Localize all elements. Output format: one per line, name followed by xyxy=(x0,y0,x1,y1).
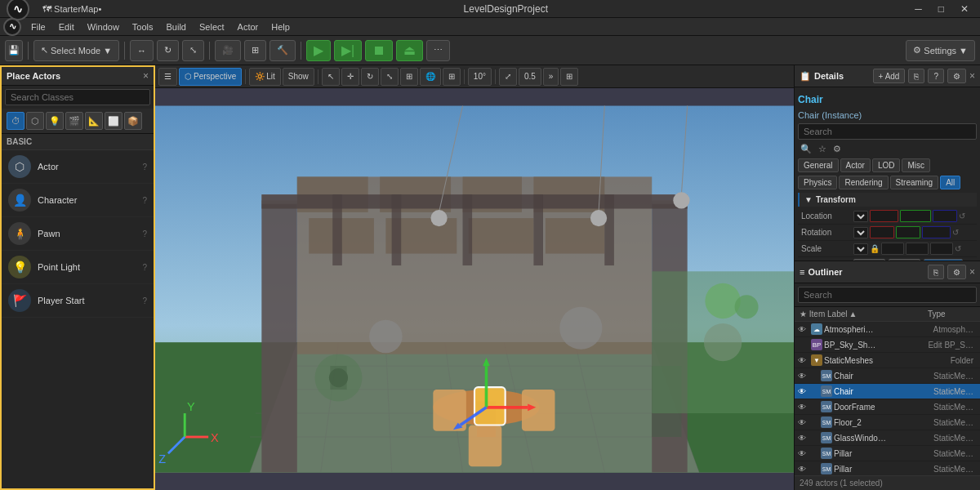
outliner-item-floor[interactable]: 👁 SM Floor_2 StaticMe… xyxy=(795,415,980,430)
outliner-search-input[interactable] xyxy=(798,287,977,303)
menu-select[interactable]: Select xyxy=(193,20,231,33)
category-geometry[interactable]: ⬜ xyxy=(105,112,122,130)
outliner-item-pillar-1[interactable]: 👁 SM Pillar StaticMe… xyxy=(795,446,980,461)
search-classes-input[interactable] xyxy=(5,89,150,105)
play-options-button[interactable]: ▶| xyxy=(334,40,362,61)
details-help-button[interactable]: ? xyxy=(928,69,944,83)
play-button[interactable]: ▶ xyxy=(306,40,331,61)
menu-edit[interactable]: Edit xyxy=(52,20,81,33)
viewport-show-button[interactable]: Show xyxy=(283,68,314,86)
scale-button[interactable]: ⤡ xyxy=(182,40,204,61)
outliner-item-bp-sky[interactable]: BP BP_Sky_Sh… Edit BP_S… xyxy=(795,337,980,353)
actor-info-point-light[interactable]: ? xyxy=(142,263,147,272)
details-tab-lod[interactable]: LOD xyxy=(872,158,901,172)
location-z[interactable]: 32.0 xyxy=(933,210,957,222)
ue-logo[interactable]: ∿ xyxy=(7,0,29,20)
actor-info-pawn[interactable]: ? xyxy=(142,229,147,238)
grid-tool[interactable]: ⊞ xyxy=(443,68,461,86)
outliner-vis-pillar-2[interactable]: 👁 xyxy=(798,465,809,474)
location-x[interactable]: -10.0 xyxy=(870,210,898,222)
details-tab-misc[interactable]: Misc xyxy=(902,158,930,172)
outliner-close-button[interactable]: × xyxy=(969,266,975,278)
eject-button[interactable]: ⏏ xyxy=(396,40,423,61)
mobility-movable[interactable]: Mova… xyxy=(924,259,963,261)
grid-toggle[interactable]: ⊞ xyxy=(560,68,578,86)
mobility-static-1[interactable]: Static xyxy=(853,259,885,261)
viewport[interactable]: X Y Z xyxy=(155,88,794,490)
snap-button[interactable]: ⊞ xyxy=(244,40,266,61)
outliner-vis-chair-1[interactable]: 👁 xyxy=(798,372,809,381)
details-tab-physics[interactable]: Physics xyxy=(798,176,837,189)
category-volumes[interactable]: 📦 xyxy=(124,112,142,130)
outliner-vis-chair-2[interactable]: 👁 xyxy=(798,387,809,396)
menu-build[interactable]: Build xyxy=(160,20,193,33)
actor-item-actor[interactable]: ⬡ Actor ? xyxy=(2,150,154,184)
actor-item-point-light[interactable]: 💡 Point Light ? xyxy=(2,251,154,284)
mobility-static-2[interactable]: Static xyxy=(889,259,920,261)
details-settings-icon[interactable]: ⚙ xyxy=(831,143,844,155)
location-reset[interactable]: ↺ xyxy=(959,212,965,220)
category-visual[interactable]: 📐 xyxy=(85,112,103,130)
details-tab-streaming[interactable]: Streaming xyxy=(890,176,939,189)
outliner-item-staticmeshes[interactable]: 👁 ▼ StaticMeshes Folder xyxy=(795,353,980,368)
viewport-hamburger[interactable]: ☰ xyxy=(158,68,177,86)
category-shapes[interactable]: ⬡ xyxy=(26,112,44,130)
actor-item-character[interactable]: 👤 Character ? xyxy=(2,184,154,217)
outliner-vis-atmosphere[interactable]: 👁 xyxy=(798,325,809,334)
location-dropdown[interactable] xyxy=(853,211,868,222)
actor-info-character[interactable]: ? xyxy=(142,196,147,205)
rotation-reset[interactable]: ↺ xyxy=(952,228,959,237)
category-cinematic[interactable]: 🎬 xyxy=(65,112,83,130)
vp-options-button[interactable]: » xyxy=(543,68,559,86)
actor-info-player-start[interactable]: ? xyxy=(142,296,147,305)
place-actors-close[interactable]: × xyxy=(143,70,149,82)
outliner-item-doorframe[interactable]: 👁 SM DoorFrame StaticMe… xyxy=(795,399,980,415)
outliner-vis-staticmeshes[interactable]: 👁 xyxy=(798,356,809,365)
rotate-button[interactable]: ↻ xyxy=(157,40,179,61)
scale-z[interactable]: 1.0 xyxy=(930,243,953,255)
camera-button[interactable]: 🎥 xyxy=(215,40,241,61)
actor-info-actor[interactable]: ? xyxy=(142,163,147,172)
transform-tool[interactable]: ⊞ xyxy=(400,68,418,86)
rotation-dropdown[interactable] xyxy=(853,227,868,238)
details-copy-button[interactable]: ⎘ xyxy=(908,69,924,83)
rotation-y[interactable]: 0.0° xyxy=(896,226,920,238)
outliner-vis-pillar-1[interactable]: 👁 xyxy=(798,449,809,458)
select-tool[interactable]: ↖ xyxy=(322,68,340,86)
outliner-col-type[interactable]: Type xyxy=(923,307,980,321)
select-mode-button[interactable]: ↖ Select Mode ▼ xyxy=(33,40,119,61)
actor-item-pawn[interactable]: 🧍 Pawn ? xyxy=(2,217,154,251)
details-options-button[interactable]: ⚙ xyxy=(947,69,966,83)
scale-reset[interactable]: ↺ xyxy=(955,244,961,253)
menu-actor[interactable]: Actor xyxy=(231,20,265,33)
scale-dropdown[interactable] xyxy=(853,243,868,255)
outliner-item-atmosphere[interactable]: 👁 ☁ Atmospheri… Atmosph… xyxy=(795,322,980,337)
close-button[interactable]: ✕ xyxy=(956,3,973,15)
build-button[interactable]: 🔨 xyxy=(270,40,296,61)
details-tab-general[interactable]: General xyxy=(798,158,839,172)
scale-tool[interactable]: ⤡ xyxy=(381,68,399,86)
outliner-vis-glass[interactable]: 👁 xyxy=(798,434,809,443)
menu-file[interactable]: File xyxy=(24,20,52,33)
scale-x[interactable]: 1.0 xyxy=(881,243,904,255)
stop-button[interactable]: ⏹ xyxy=(365,40,393,61)
category-lights[interactable]: 💡 xyxy=(46,112,64,130)
transform-button[interactable]: ↔ xyxy=(130,40,154,61)
settings-button[interactable]: ⚙ ⚙ Settings ▼ Settings ▼ xyxy=(906,40,975,61)
rotation-x[interactable]: 0.0° xyxy=(870,226,894,238)
outliner-item-chair-2[interactable]: 👁 SM Chair StaticMe… xyxy=(795,384,980,399)
outliner-item-glass[interactable]: 👁 SM GlassWindo… StaticMe… xyxy=(795,430,980,446)
details-search-icon[interactable]: 🔍 xyxy=(798,143,814,155)
details-tab-all[interactable]: All xyxy=(940,176,960,189)
menu-window[interactable]: Window xyxy=(81,20,126,33)
details-add-button[interactable]: + Add xyxy=(873,69,906,83)
ue-menu-logo[interactable]: ∿ xyxy=(3,18,21,36)
outliner-action-1[interactable]: ⎘ xyxy=(928,265,944,279)
details-tab-rendering[interactable]: Rendering xyxy=(839,176,888,189)
details-close-button[interactable]: × xyxy=(969,70,975,82)
world-tool[interactable]: 🌐 xyxy=(420,68,441,86)
details-search-input[interactable] xyxy=(798,123,977,140)
transform-section-header[interactable]: ▼ Transform xyxy=(798,193,977,207)
details-bookmark-icon[interactable]: ☆ xyxy=(816,143,829,155)
actor-item-player-start[interactable]: 🚩 Player Start ? xyxy=(2,284,154,318)
